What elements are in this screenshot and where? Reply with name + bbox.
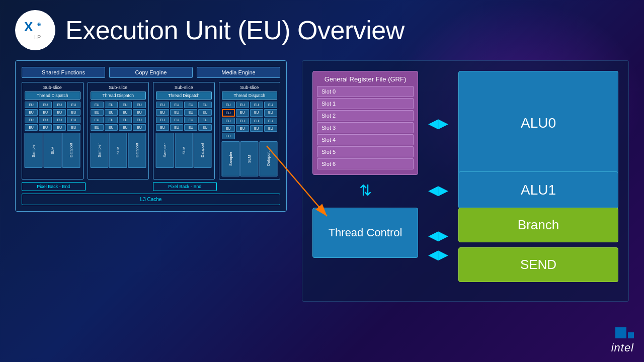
- sub-slice-3: Sub-slice Thread Dispatch EUEUEUEU EUEUE…: [153, 82, 215, 179]
- sub-slices-row: Sub-slice Thread Dispatch EUEUEUEU EUEUE…: [22, 82, 280, 179]
- eu-grid-2: EUEUEUEU EUEUEUEU EUEUEUEU EUEUEUEU: [91, 102, 146, 131]
- eu-cell: EU: [236, 109, 249, 117]
- right-arrow-send: ▶: [438, 248, 448, 261]
- eu-cell: EU: [184, 109, 197, 116]
- grf-slot-4: Slot 4: [317, 134, 414, 145]
- eu-cell: EU: [67, 124, 80, 131]
- eu-cell: EU: [105, 102, 118, 108]
- bottom-units-2: Sampler SLM Dataport: [91, 133, 146, 168]
- slm-unit: SLM: [175, 133, 193, 168]
- transfer-icon-area: ⇅: [312, 182, 418, 199]
- eu-cell: EU: [222, 133, 235, 139]
- eu-cell: EU: [170, 109, 183, 116]
- grf-box: General Register File (GRF) Slot 0 Slot …: [312, 71, 418, 175]
- sampler-unit: Sampler: [222, 141, 240, 176]
- eu-cell: EU: [250, 102, 263, 108]
- header: X e LP Execution Unit (EU) Overview: [15, 10, 629, 50]
- eu-cell: EU: [53, 117, 66, 123]
- bottom-units-4: Sampler SLM Dataport: [222, 141, 278, 176]
- right-arrow-branch: ▶: [438, 229, 448, 242]
- eu-grid-4: EUEUEUEUEU EUEUEUEU EUEUEUEU EUEUEUEU: [222, 102, 278, 139]
- top-labels: Shared Functions Copy Engine Media Engin…: [22, 67, 280, 78]
- dataport-unit: Dataport: [128, 133, 146, 168]
- intel-logo: intel: [611, 327, 634, 354]
- left-arrow-icon-mid: ◀: [428, 184, 438, 197]
- eu-cell: EU: [25, 109, 38, 116]
- eu-cell: EU: [105, 124, 118, 131]
- sampler-unit: Sampler: [156, 133, 174, 168]
- eu-cell: EU: [170, 102, 183, 108]
- eu-cell: EU: [53, 102, 66, 108]
- grf-slot-5: Slot 5: [317, 146, 414, 157]
- left-arrow-send: ◀: [428, 248, 438, 261]
- left-panel: Shared Functions Copy Engine Media Engin…: [15, 60, 287, 212]
- pixel-back-2: Pixel Back - End: [153, 182, 217, 191]
- right-arrow-icon: ▶: [438, 117, 448, 130]
- eu-cell: EU: [198, 117, 211, 123]
- arrow-col-mid: ◀ ▶: [418, 184, 458, 197]
- thread-dispatch-4: Thread Dispatch: [222, 92, 278, 100]
- eu-cell: EU: [156, 117, 169, 123]
- pixel-back-1: Pixel Back - End: [22, 182, 86, 191]
- slm-unit: SLM: [109, 133, 127, 168]
- send-box: SEND: [458, 247, 618, 282]
- left-arrow-branch: ◀: [428, 229, 438, 242]
- dataport-unit: Dataport: [260, 141, 278, 176]
- eu-cell: EU: [170, 124, 183, 131]
- grf-slot-6: Slot 6: [317, 158, 414, 169]
- sampler-unit: Sampler: [25, 133, 43, 168]
- eu-cell: EU: [170, 117, 183, 123]
- eu-cell: EU: [39, 102, 52, 108]
- eu-cell-highlighted: EU: [222, 109, 235, 117]
- page-title: Execution Unit (EU) Overview: [65, 15, 405, 45]
- eu-cell: EU: [222, 102, 235, 108]
- eu-cell: EU: [264, 125, 277, 132]
- dataport-unit: Dataport: [194, 133, 212, 168]
- arrow-col-bottom: ◀ ▶ ◀ ▶: [418, 208, 458, 282]
- eu-cell: EU: [236, 118, 249, 124]
- eu-cell: EU: [198, 109, 211, 116]
- eu-cell: EU: [91, 124, 104, 131]
- eu-cell: EU: [25, 117, 38, 123]
- eu-cell: EU: [264, 109, 277, 117]
- eu-cell: EU: [91, 117, 104, 123]
- eu-cell: EU: [133, 124, 146, 131]
- eu-cell: EU: [198, 102, 211, 108]
- right-arrow-icon-mid: ▶: [438, 184, 448, 197]
- thread-dispatch-1: Thread Dispatch: [25, 92, 80, 100]
- branch-box: Branch: [458, 208, 618, 242]
- eu-cell: EU: [250, 118, 263, 124]
- thread-control-box: Thread Control: [312, 208, 418, 258]
- grf-slot-1: Slot 1: [317, 98, 414, 109]
- intel-squares: [615, 327, 634, 338]
- sampler-unit: Sampler: [91, 133, 109, 168]
- eu-cell: EU: [119, 109, 132, 116]
- eu-cell: EU: [105, 109, 118, 116]
- double-arrow-branch: ◀ ▶: [428, 229, 448, 242]
- eu-cell: EU: [184, 124, 197, 131]
- intel-square-small: [628, 332, 634, 338]
- eu-cell: EU: [105, 117, 118, 123]
- eu-cell: EU: [133, 102, 146, 108]
- eu-cell: EU: [53, 109, 66, 116]
- double-arrow-mid: ◀ ▶: [428, 184, 448, 197]
- main-content: Shared Functions Copy Engine Media Engin…: [15, 60, 629, 302]
- eu-cell: EU: [264, 102, 277, 108]
- alu0-box: ALU0: [458, 71, 618, 175]
- eu-cell: EU: [119, 117, 132, 123]
- thread-dispatch-2: Thread Dispatch: [91, 92, 146, 100]
- sub-slice-3-label: Sub-slice: [156, 85, 212, 90]
- eu-cell: EU: [53, 124, 66, 131]
- eu-cell: EU: [39, 109, 52, 116]
- sub-slice-1: Sub-slice Thread Dispatch EUEUEUEU EUEUE…: [22, 82, 84, 179]
- left-arrow-icon: ◀: [428, 117, 438, 130]
- branch-send-col: Branch SEND: [458, 208, 618, 282]
- eu-cell: EU: [184, 117, 197, 123]
- svg-text:e: e: [37, 20, 41, 28]
- slm-unit: SLM: [240, 141, 259, 176]
- bottom-units-1: Sampler SLM Dataport: [25, 133, 80, 168]
- eu-cell: EU: [133, 109, 146, 116]
- pixel-back-row: Pixel Back - End Pixel Back - End: [22, 182, 280, 191]
- grf-title: General Register File (GRF): [317, 75, 414, 83]
- eu-cell: EU: [222, 125, 235, 132]
